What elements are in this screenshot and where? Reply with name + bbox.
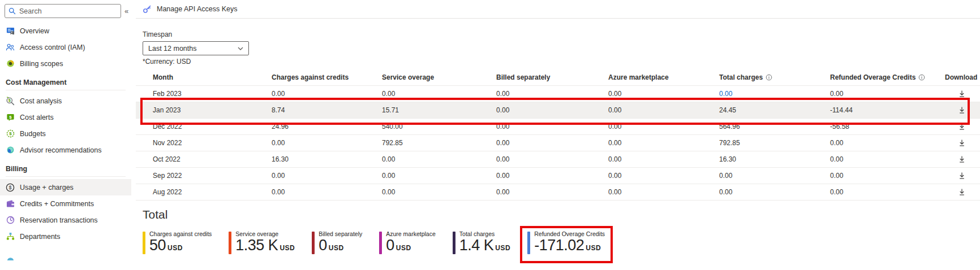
value-cell: 15.71 bbox=[382, 106, 496, 114]
sidebar-item-label: Departments bbox=[20, 233, 61, 241]
sidebar-section-divider bbox=[6, 90, 126, 90]
sidebar-item-label: Reservation transactions bbox=[20, 216, 98, 224]
month-cell: Oct 2022 bbox=[153, 155, 272, 163]
table-body: Feb 20230.000.000.000.000.000.00Jan 2023… bbox=[136, 86, 980, 201]
column-header-label: Month bbox=[153, 73, 173, 81]
info-icon[interactable] bbox=[918, 74, 925, 81]
value-cell: 16.30 bbox=[719, 155, 830, 163]
column-header-label: Refunded Overage Credits bbox=[830, 73, 915, 81]
chevron-down-icon bbox=[237, 45, 244, 52]
tile-color-bar bbox=[312, 232, 315, 254]
budgets-icon: $ bbox=[6, 129, 15, 138]
month-cell: Aug 2022 bbox=[153, 188, 272, 196]
svg-text:$: $ bbox=[9, 131, 12, 136]
value-cell: 0.00 bbox=[608, 188, 719, 196]
column-header-billed-separately: Billed separately bbox=[496, 73, 608, 81]
sidebar-item-cost-analysis[interactable]: $Cost analysis bbox=[0, 93, 131, 109]
sidebar-search-row: « bbox=[0, 4, 131, 18]
value-cell: 0.00 bbox=[496, 155, 608, 163]
value-cell: 0.00 bbox=[496, 188, 608, 196]
download-button[interactable] bbox=[945, 155, 979, 163]
sidebar-item-credits-commitments[interactable]: Credits + Commitments bbox=[0, 195, 131, 212]
month-cell: Feb 2023 bbox=[153, 90, 272, 98]
sidebar-item-reservation-transactions[interactable]: Reservation transactions bbox=[0, 212, 131, 228]
collapse-sidebar-icon[interactable]: « bbox=[124, 7, 128, 15]
key-icon bbox=[143, 5, 152, 14]
value-cell: 792.85 bbox=[382, 139, 496, 147]
svg-text:$: $ bbox=[9, 115, 12, 120]
tile-value-unit: USD bbox=[586, 244, 601, 252]
overview-icon bbox=[6, 27, 15, 36]
download-button[interactable] bbox=[945, 106, 979, 114]
table-row-dec-2022: Dec 202224.96540.000.000.00564.96-56.58 bbox=[136, 119, 980, 135]
download-button[interactable] bbox=[945, 188, 979, 196]
download-button[interactable] bbox=[945, 90, 979, 98]
tile-value: 50USD bbox=[149, 238, 212, 253]
value-cell: 0.00 bbox=[830, 155, 945, 163]
month-cell: Sep 2022 bbox=[153, 172, 272, 180]
value-cell: 8.74 bbox=[272, 106, 382, 114]
value-cell: 0.00 bbox=[830, 90, 945, 98]
download-button[interactable] bbox=[945, 123, 979, 130]
column-header-month: Month bbox=[153, 73, 272, 81]
sidebar-item-cutoff[interactable] bbox=[0, 245, 131, 261]
table-row-nov-2022: Nov 20220.00792.850.000.00792.850.00 bbox=[136, 135, 980, 151]
tile-value: -171.02USD bbox=[534, 238, 605, 253]
value-cell: 0.00 bbox=[496, 139, 608, 147]
tile-color-bar bbox=[229, 232, 231, 254]
column-header-download: Download bbox=[945, 73, 979, 81]
value-cell: 16.30 bbox=[272, 155, 382, 163]
value-cell: 0.00 bbox=[608, 155, 719, 163]
tile-color-bar bbox=[527, 232, 530, 254]
tile-color-bar bbox=[143, 232, 145, 254]
value-cell: 792.85 bbox=[719, 139, 830, 147]
billing-scopes-icon bbox=[6, 59, 15, 68]
sidebar-item-departments[interactable]: Departments bbox=[0, 228, 131, 245]
column-header-azure-marketplace: Azure marketplace bbox=[608, 73, 719, 81]
sidebar-item-advisor-recommendations[interactable]: Advisor recommendations bbox=[0, 142, 131, 158]
value-cell: 0.00 bbox=[496, 106, 608, 114]
search-input[interactable] bbox=[19, 7, 117, 15]
sidebar-section-divider bbox=[6, 176, 126, 177]
tile-color-bar bbox=[379, 232, 382, 254]
sidebar-item-budgets[interactable]: $Budgets bbox=[0, 125, 131, 142]
cost-analysis-icon: $ bbox=[6, 97, 15, 106]
download-button[interactable] bbox=[945, 172, 979, 180]
value-cell: 0.00 bbox=[272, 188, 382, 196]
total-tile-service-overage: Service overage1.35 KUSD bbox=[229, 229, 295, 255]
value-cell: 0.00 bbox=[382, 172, 496, 180]
column-header-charges-against-credits: Charges against credits bbox=[272, 73, 382, 81]
total-tile-total-charges: Total charges1.4 KUSD bbox=[453, 229, 510, 255]
total-tiles: Charges against credits50USDService over… bbox=[143, 229, 980, 255]
info-icon[interactable] bbox=[766, 74, 772, 81]
cutoff-icon bbox=[6, 256, 15, 261]
sidebar-item-label: Billing scopes bbox=[20, 60, 63, 68]
departments-icon bbox=[6, 232, 15, 241]
value-cell: 0.00 bbox=[608, 90, 719, 98]
value-cell: 0.00 bbox=[608, 139, 719, 147]
value-cell: 0.00 bbox=[830, 188, 945, 196]
value-cell: 0.00 bbox=[382, 90, 496, 98]
tile-value-number: 50 bbox=[149, 237, 166, 254]
sidebar-item-billing-scopes[interactable]: Billing scopes bbox=[0, 55, 131, 72]
table-row-feb-2023: Feb 20230.000.000.000.000.000.00 bbox=[136, 86, 980, 102]
download-button[interactable] bbox=[945, 139, 979, 147]
total-charges-link[interactable]: 0.00 bbox=[719, 90, 830, 98]
column-header-label: Azure marketplace bbox=[608, 73, 669, 81]
column-header-refunded-overage-credits: Refunded Overage Credits bbox=[830, 73, 945, 81]
sidebar-item-access-control-iam[interactable]: Access control (IAM) bbox=[0, 39, 131, 55]
manage-api-access-keys-button[interactable]: Manage API Access Keys bbox=[143, 5, 237, 14]
table-row-sep-2022: Sep 20220.000.000.000.000.000.00 bbox=[136, 168, 980, 184]
sidebar-item-usage-charges[interactable]: $Usage + charges bbox=[0, 179, 131, 195]
currency-note: *Currency: USD bbox=[143, 58, 980, 66]
search-input-container[interactable] bbox=[5, 4, 121, 18]
sidebar-item-cost-alerts[interactable]: $Cost alerts bbox=[0, 109, 131, 125]
usage-charges-table: MonthCharges against creditsService over… bbox=[136, 69, 980, 201]
filters-section: Timespan Last 12 months *Currency: USD bbox=[143, 31, 980, 66]
value-cell: 0.00 bbox=[382, 155, 496, 163]
value-cell: 0.00 bbox=[496, 90, 608, 98]
timespan-dropdown[interactable]: Last 12 months bbox=[143, 41, 249, 55]
total-tile-azure-marketplace: Azure marketplace0USD bbox=[379, 229, 436, 255]
sidebar-item-overview[interactable]: Overview bbox=[0, 23, 131, 39]
tile-value-number: -171.02 bbox=[534, 237, 584, 254]
